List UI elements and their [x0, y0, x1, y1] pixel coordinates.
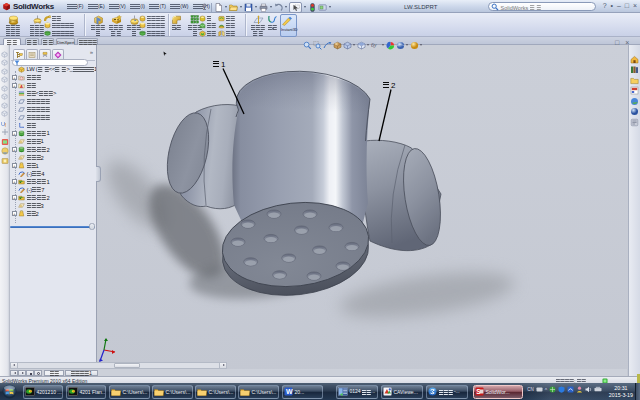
svg-text:A: A	[20, 83, 23, 88]
svg-text:W: W	[286, 388, 293, 395]
svg-text:f: f	[4, 121, 6, 127]
svg-text:6y: 6y	[371, 42, 377, 48]
